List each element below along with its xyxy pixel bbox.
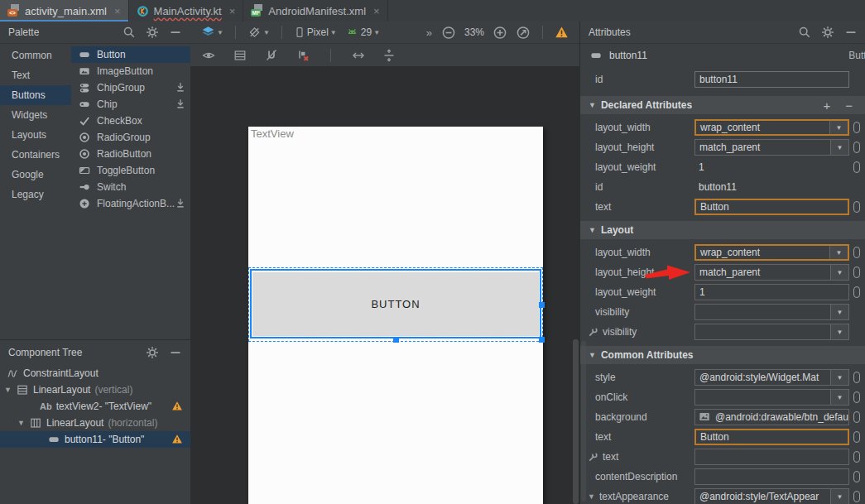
pick-flag-icon[interactable]	[853, 411, 860, 423]
palette-category-common[interactable]: Common	[0, 46, 71, 65]
palette-item-radiobutton[interactable]: RadioButton	[71, 146, 190, 162]
palette-search-icon[interactable]	[123, 26, 136, 39]
pick-flag-icon[interactable]	[853, 201, 860, 213]
warnings-button[interactable]	[552, 24, 571, 41]
dropdown-arrow-icon[interactable]: ▼	[829, 246, 848, 259]
palette-category-layouts[interactable]: Layouts	[0, 125, 71, 145]
palette-category-text[interactable]: Text	[0, 65, 71, 85]
infer-constraints-button[interactable]	[348, 47, 368, 64]
dropdown-arrow-icon[interactable]: ▼	[830, 370, 848, 385]
download-icon[interactable]	[175, 82, 186, 94]
palette-item-switch[interactable]: Switch	[71, 179, 190, 195]
palette-item-checkbox[interactable]: CheckBox	[71, 113, 190, 129]
attr-dropdown-visibility[interactable]: ▼	[694, 304, 849, 320]
design-surface-mode-button[interactable]: ▼	[199, 24, 226, 41]
palette-item-radiogroup[interactable]: RadioGroup	[71, 129, 190, 146]
tab-close-icon[interactable]: ×	[373, 5, 380, 17]
pick-flag-icon[interactable]	[853, 122, 860, 133]
pick-flag-icon[interactable]	[853, 286, 860, 298]
chevron-down-icon[interactable]: ▼	[17, 419, 26, 427]
orientation-button[interactable]: ▼	[245, 24, 272, 41]
dropdown-arrow-icon[interactable]: ▼	[830, 489, 848, 504]
palette-category-widgets[interactable]: Widgets	[0, 105, 71, 125]
palette-item-floatingactionb[interactable]: FloatingActionB...	[71, 195, 190, 212]
palette-category-google[interactable]: Google	[0, 165, 71, 185]
section-header-common-attributes[interactable]: ▼Common Attributes	[580, 346, 865, 364]
view-options-button[interactable]	[199, 47, 219, 64]
pick-flag-icon[interactable]	[853, 372, 860, 383]
tree-item-constraintlayout[interactable]: ConstraintLayout	[0, 365, 190, 382]
device-selector-button[interactable]: Pixel▼	[291, 24, 339, 41]
clear-constraints-button[interactable]	[293, 47, 313, 64]
design-canvas[interactable]: TextView BUTTON	[190, 66, 579, 504]
download-icon[interactable]	[175, 198, 186, 209]
dropdown-arrow-icon[interactable]: ▼	[830, 140, 848, 155]
device-screen[interactable]: TextView BUTTON	[248, 127, 543, 504]
chevron-down-icon[interactable]: ▼	[589, 101, 596, 109]
palette-hide-icon[interactable]	[169, 26, 182, 39]
attr-field-layout_weight[interactable]: 1	[694, 284, 849, 300]
palette-category-buttons[interactable]: Buttons	[0, 85, 71, 105]
attr-field-text[interactable]	[694, 449, 849, 465]
component-tree-settings-icon[interactable]	[146, 346, 159, 359]
toolbar-overflow-button[interactable]: »	[426, 26, 430, 39]
palette-category-containers[interactable]: Containers	[0, 145, 71, 165]
attr-dropdown-visibility[interactable]: ▼	[694, 324, 849, 340]
attributes-scrollbar[interactable]	[581, 341, 586, 502]
dropdown-arrow-icon[interactable]: ▼	[830, 265, 848, 280]
dropdown-arrow-icon[interactable]: ▼	[830, 324, 848, 339]
chevron-down-icon[interactable]: ▼	[589, 226, 596, 234]
tree-item-button11[interactable]: button11- "Button"	[0, 431, 190, 448]
attr-dropdown-onClick[interactable]: ▼	[694, 389, 849, 406]
zoom-fit-button[interactable]	[513, 24, 533, 41]
attr-dropdown-layout_width[interactable]: wrap_content▼	[694, 119, 849, 136]
attr-field-background[interactable]: @android:drawable/btn_defau	[694, 409, 849, 425]
attr-dropdown-layout_height[interactable]: match_parent▼	[694, 139, 849, 156]
section-header-layout[interactable]: ▼Layout	[580, 221, 865, 239]
section-header-declared-attributes[interactable]: ▼Declared Attributes+−	[580, 96, 865, 114]
palette-item-togglebutton[interactable]: ToggleButton	[71, 162, 190, 179]
pick-flag-icon[interactable]	[853, 161, 860, 173]
zoom-in-button[interactable]	[490, 24, 510, 41]
tree-item-textview2[interactable]: AbtextView2- "TextView"	[0, 398, 190, 415]
attr-field-contentDescription[interactable]	[694, 468, 849, 485]
dropdown-arrow-icon[interactable]: ▼	[830, 305, 848, 319]
tab-close-icon[interactable]: ×	[114, 5, 121, 17]
dropdown-arrow-icon[interactable]: ▼	[829, 121, 848, 134]
palette-settings-icon[interactable]	[146, 26, 159, 39]
resize-handle-right[interactable]	[539, 302, 545, 308]
resize-handle-bottom[interactable]	[393, 337, 399, 343]
id-field[interactable]: button11	[694, 71, 849, 88]
attr-dropdown-layout_height[interactable]: match_parent▼	[694, 264, 849, 281]
canvas-button[interactable]: BUTTON	[252, 272, 539, 336]
pick-flag-icon[interactable]	[853, 391, 860, 403]
palette-item-chip[interactable]: Chip	[71, 96, 190, 113]
autoconnect-button[interactable]	[262, 47, 281, 64]
tab-close-icon[interactable]: ×	[229, 5, 236, 17]
pick-flag-icon[interactable]	[853, 266, 860, 278]
pick-flag-icon[interactable]	[853, 491, 860, 502]
canvas-scrollbar[interactable]	[573, 339, 579, 504]
tab-MainActivity.kt[interactable]: MainActivity.kt×	[129, 0, 244, 22]
zoom-out-button[interactable]	[439, 24, 459, 41]
chevron-down-icon[interactable]: ▼	[3, 386, 12, 394]
tab-AndroidManifest.xml[interactable]: MFAndroidManifest.xml×	[243, 0, 387, 22]
pick-flag-icon[interactable]	[853, 142, 860, 153]
palette-item-button[interactable]: Button	[71, 46, 190, 63]
canvas-textview[interactable]: TextView	[251, 127, 294, 140]
remove-attribute-icon[interactable]: −	[840, 98, 858, 113]
attr-dropdown-textAppearance[interactable]: @android:style/TextAppear▼	[694, 488, 849, 504]
palette-category-legacy[interactable]: Legacy	[0, 185, 71, 204]
api-selector-button[interactable]: 29▼	[343, 24, 382, 41]
attributes-settings-icon[interactable]	[821, 26, 834, 39]
blueprint-toggle-button[interactable]	[230, 47, 250, 64]
attr-dropdown-style[interactable]: @android:style/Widget.Mat▼	[694, 369, 849, 386]
tab-activity_main.xml[interactable]: <>activity_main.xml×	[0, 0, 129, 22]
resize-handle-corner[interactable]	[539, 337, 545, 343]
palette-item-chipgroup[interactable]: ChipGroup	[71, 79, 190, 96]
pick-flag-icon[interactable]	[853, 451, 860, 463]
chevron-down-icon[interactable]: ▼	[589, 351, 596, 359]
attr-field-text[interactable]: Button	[694, 199, 849, 215]
add-attribute-icon[interactable]: +	[818, 98, 835, 113]
attr-dropdown-layout_width[interactable]: wrap_content▼	[694, 244, 849, 261]
